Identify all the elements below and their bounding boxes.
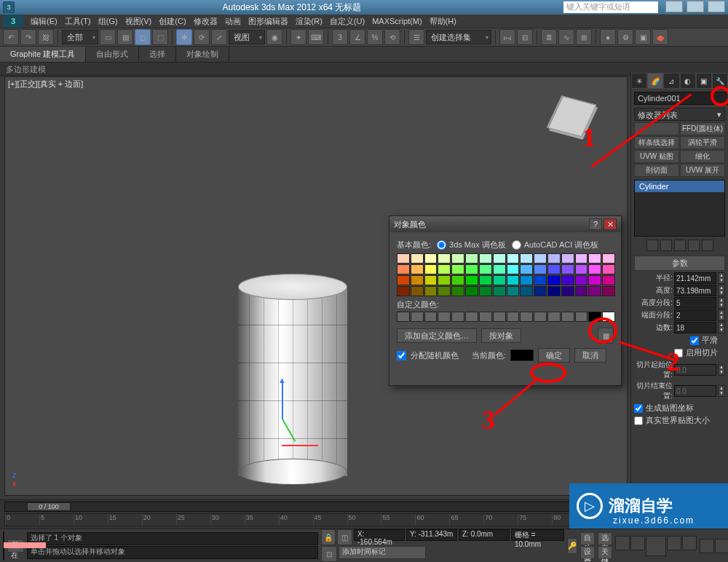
- color-swatch[interactable]: [575, 253, 588, 264]
- modifier-stack[interactable]: Cylinder: [634, 180, 725, 237]
- coord-z[interactable]: Z: 0.0mm: [459, 529, 510, 541]
- next-frame-button[interactable]: [667, 536, 681, 550]
- custom-swatch[interactable]: [424, 312, 438, 322]
- cseg-input[interactable]: [674, 309, 716, 321]
- transform-type-icon[interactable]: ◫: [337, 529, 352, 545]
- color-swatch[interactable]: [411, 253, 424, 264]
- coord-x[interactable]: X: -160.564m: [354, 529, 405, 541]
- ok-button[interactable]: 确定: [538, 348, 570, 363]
- color-swatch[interactable]: [479, 253, 492, 264]
- modifier-list-dropdown[interactable]: 修改器列表: [634, 108, 725, 121]
- menu-group[interactable]: 组(G): [95, 15, 121, 28]
- stack-item-cylinder[interactable]: Cylinder: [635, 181, 724, 192]
- curve-editor-button[interactable]: ∿: [558, 29, 574, 45]
- scale-button[interactable]: ⤢: [211, 29, 227, 45]
- color-swatch[interactable]: [397, 275, 410, 285]
- color-swatch[interactable]: [438, 286, 451, 296]
- color-swatch[interactable]: [534, 264, 547, 274]
- show-end-result-icon[interactable]: [660, 240, 672, 251]
- display-tab-icon[interactable]: ▣: [696, 73, 712, 89]
- custom-swatch[interactable]: [520, 312, 533, 322]
- menu-tools[interactable]: 工具(T): [62, 15, 94, 28]
- add-custom-color-button[interactable]: 添加自定义颜色…: [397, 328, 477, 343]
- motion-tab-icon[interactable]: ◐: [680, 73, 696, 89]
- color-swatch[interactable]: [493, 286, 506, 296]
- material-editor-button[interactable]: ●: [600, 29, 616, 45]
- custom-swatch[interactable]: [438, 312, 451, 322]
- color-swatch[interactable]: [588, 264, 601, 274]
- custom-swatch[interactable]: [534, 312, 547, 322]
- select-button[interactable]: ▭: [100, 29, 116, 45]
- color-swatch[interactable]: [424, 253, 438, 264]
- color-swatch[interactable]: [438, 275, 451, 285]
- play-button[interactable]: [646, 536, 666, 556]
- mirror-button[interactable]: ▹◃: [499, 29, 515, 45]
- modbtn-ffd[interactable]: FFD(圆柱体): [680, 122, 725, 135]
- modbtn-spline[interactable]: 样条线选择: [634, 136, 679, 149]
- color-swatch[interactable]: [411, 275, 424, 285]
- percent-snap-button[interactable]: %: [367, 29, 383, 45]
- prev-frame-button[interactable]: [630, 536, 645, 550]
- move-button[interactable]: ✥: [176, 29, 192, 45]
- make-unique-icon[interactable]: [674, 240, 686, 251]
- redo-button[interactable]: ↷: [20, 29, 36, 45]
- cancel-button[interactable]: 取消: [574, 348, 606, 363]
- color-swatch[interactable]: [507, 275, 520, 285]
- hierarchy-tab-icon[interactable]: ⊿: [663, 73, 679, 89]
- color-swatch[interactable]: [397, 264, 410, 274]
- custom-swatch[interactable]: [397, 312, 410, 322]
- color-swatch[interactable]: [602, 264, 615, 274]
- color-swatch[interactable]: [602, 275, 615, 285]
- keyboard-shortcut-button[interactable]: ⌨: [308, 29, 324, 45]
- color-swatch[interactable]: [507, 264, 520, 274]
- modbtn-tessellate[interactable]: 细化: [680, 150, 725, 163]
- color-swatch[interactable]: [588, 275, 601, 285]
- palette-aci-radio[interactable]: [512, 240, 521, 250]
- schematic-button[interactable]: ⊞: [576, 29, 592, 45]
- menu-views[interactable]: 视图(V): [122, 15, 155, 28]
- app-menu-button[interactable]: 3: [3, 15, 23, 28]
- ribbon-tab-selection[interactable]: 选择: [139, 47, 176, 62]
- viewcube[interactable]: [547, 92, 598, 143]
- color-swatch[interactable]: [397, 286, 410, 296]
- create-tab-icon[interactable]: ✳: [631, 73, 647, 89]
- mini-curve-editor[interactable]: [3, 531, 4, 561]
- goto-start-button[interactable]: [615, 536, 630, 550]
- by-object-button[interactable]: 按对象: [481, 328, 521, 343]
- render-button[interactable]: 🫖: [652, 29, 668, 45]
- color-swatch[interactable]: [424, 286, 438, 296]
- align-button[interactable]: ⊟: [517, 29, 533, 45]
- color-swatch[interactable]: [479, 264, 492, 274]
- color-swatch[interactable]: [534, 286, 547, 296]
- genmap-checkbox[interactable]: [634, 404, 643, 413]
- color-swatch[interactable]: [520, 264, 533, 274]
- hseg-spinner[interactable]: ▲▼: [718, 297, 725, 309]
- menu-edit[interactable]: 编辑(E): [28, 15, 60, 28]
- color-swatch[interactable]: [561, 253, 574, 264]
- color-swatch[interactable]: [561, 264, 574, 274]
- refcoord-dropdown[interactable]: 视图: [229, 30, 265, 44]
- menu-rendering[interactable]: 渲染(R): [293, 15, 325, 28]
- select-region-button[interactable]: ◻: [135, 29, 151, 45]
- sides-input[interactable]: [674, 322, 716, 333]
- color-swatch[interactable]: [534, 253, 547, 264]
- coord-y[interactable]: Y: -311.343m: [406, 529, 457, 541]
- key-mode-icon[interactable]: 🔑: [567, 538, 577, 554]
- color-swatch[interactable]: [493, 253, 506, 264]
- add-timetag-dropdown[interactable]: 添加时间标记: [339, 546, 426, 559]
- smooth-checkbox[interactable]: [690, 336, 699, 345]
- sides-spinner[interactable]: ▲▼: [718, 322, 725, 333]
- color-swatch[interactable]: [588, 253, 601, 264]
- snap-button[interactable]: 3: [332, 29, 348, 45]
- color-swatch[interactable]: [424, 264, 438, 274]
- color-swatch[interactable]: [451, 253, 464, 264]
- menu-create[interactable]: 创建(C): [156, 15, 189, 28]
- color-swatch[interactable]: [451, 275, 464, 285]
- menu-modifiers[interactable]: 修改器: [191, 15, 221, 28]
- color-swatch[interactable]: [602, 253, 615, 264]
- custom-swatch[interactable]: [465, 312, 478, 322]
- custom-swatch-white[interactable]: [602, 312, 615, 322]
- radius-input[interactable]: [674, 272, 716, 284]
- color-swatch[interactable]: [465, 286, 478, 296]
- render-setup-button[interactable]: ⚙: [617, 29, 633, 45]
